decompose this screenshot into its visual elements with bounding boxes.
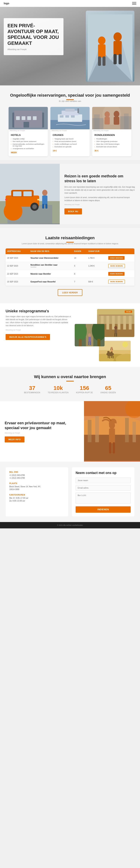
- svg-rect-68: [116, 333, 117, 337]
- deals-title: Laatste reisaanbiedingen: [6, 236, 134, 240]
- deal-days-1: 14: [73, 254, 86, 262]
- promo-subtitle: Er zijn veel variaties van: [6, 100, 134, 102]
- deal-action-2: BOEK BOEKEN: [107, 262, 134, 270]
- ervaar-title: Ervaar een privéavontuur op maat, specia…: [5, 421, 79, 430]
- hotels-list-item-1: Dagelijks ontbijt: [11, 137, 45, 140]
- travel-description-1: Dit is een zeer bijzondere beschrijving …: [64, 186, 135, 194]
- contact-form-title: Neem contact met ons op: [76, 471, 131, 475]
- stat-number-bestemmingen: 37: [24, 385, 40, 391]
- svg-point-49: [32, 205, 37, 209]
- hero-people-svg: [88, 14, 133, 82]
- promo-card-hotels: Afbeelding van Freepik HOTELS Dagelijks …: [9, 107, 48, 156]
- contact-form-box: Neem contact met ons op INDIENEN: [72, 467, 134, 517]
- svg-rect-53: [42, 195, 47, 205]
- hamburger-line-1: [132, 2, 136, 2]
- stat-number-klanten: 10k: [48, 385, 69, 391]
- promo-card-rondleidingen: Afbeelding van Freepik RONDLEIDINGEN Ron…: [92, 107, 131, 156]
- deal-dest-3: Nieenie naar Bentiler: [29, 270, 73, 278]
- contact-plaats-item: PLAATS Block Street, Stone 14, New York,…: [9, 483, 64, 491]
- cruises-list-item-4: Exclusieve en speciale: [53, 146, 88, 148]
- hotels-list-item-3: Kamercadeautje, exclusieve aanbiedingen …: [11, 143, 45, 147]
- contact-email-input[interactable]: [76, 485, 131, 491]
- svg-rect-67: [114, 333, 115, 337]
- ervaar-image: [84, 401, 140, 462]
- col-vertrekdag: VERTREKDAG: [6, 248, 29, 254]
- deal-date-2: 12 SEP 2023: [6, 262, 29, 270]
- svg-rect-59: [106, 315, 109, 330]
- svg-rect-63: [129, 315, 132, 330]
- travel-book-button[interactable]: BOEK NU: [64, 208, 82, 214]
- deal-dest-2: Nondition van Strefder naar Strefder: [29, 262, 73, 270]
- ervaar-content-left: Ervaar een privéavontuur op maat, specia…: [0, 401, 84, 462]
- hero-content-box: EEN PRIVÉ-AVONTUUR OP MAAT, SPECIAAL VOO…: [4, 18, 64, 55]
- deal-date-1: 18 SEP 2023: [6, 254, 29, 262]
- table-row: 18 SEP 2023 Voucher voor Dierenverdeler …: [6, 254, 134, 262]
- travel-content-right: Reizen is een goede methode om stress lo…: [60, 164, 140, 224]
- svg-rect-26: [71, 115, 75, 118]
- deal-date-4: 15 SEP 2023: [6, 278, 29, 286]
- deal-dest-main-2: Nondition van Strefder naar: [30, 264, 58, 266]
- deal-days-4: 7: [73, 278, 86, 286]
- svg-rect-51: [5, 199, 7, 200]
- svg-rect-104: [133, 422, 136, 442]
- travel-section: Reizen is een goede methode om stress lo…: [0, 164, 140, 224]
- svg-rect-90: [108, 355, 109, 358]
- contact-kantoor-line-2: Za: 8.00–13.00 uur: [9, 499, 64, 502]
- tours-card-list: Rondleidingen 200+ doorgaande producten …: [95, 137, 129, 148]
- svg-point-52: [42, 190, 47, 196]
- col-naam: NAAM VAN DE REIS: [29, 248, 73, 254]
- svg-rect-55: [45, 204, 47, 209]
- tours-card-body: RONDLEIDINGEN Rondleidingen 200+ doorgaa…: [92, 132, 131, 154]
- hotels-card-body: HOTELS Dagelijks ontbijt Een nacht per k…: [9, 132, 48, 156]
- stat-klanten: 10k TEVREDEN KLANTEN: [48, 385, 69, 394]
- svg-rect-23: [65, 109, 75, 112]
- contact-submit-button[interactable]: INDIENEN: [76, 506, 131, 513]
- ervaar-more-button[interactable]: MEER INFO: [5, 436, 25, 442]
- stat-number-koppen: 156: [76, 385, 93, 391]
- cruises-card-body: CRUISES Toegang basis aan boord Privé ac…: [50, 132, 90, 154]
- deal-book-btn-2[interactable]: BOEK BOEKEN: [108, 264, 125, 268]
- deal-book-btn-3[interactable]: BOEK BOEKEN: [108, 272, 125, 276]
- tours-list-item-2: 200+ doorgaande producten: [95, 140, 129, 143]
- stat-koppen: 156 KOPPEN-RUPTJE: [76, 385, 93, 394]
- tours-img-credit: Afbeelding van Freepik: [92, 129, 131, 132]
- site-header: logo: [0, 0, 140, 7]
- svg-point-85: [122, 342, 128, 347]
- hotels-img-svg: [9, 107, 48, 129]
- deal-book-btn-1[interactable]: BOEK BOEKEN: [108, 256, 125, 260]
- deals-table: VERTREKDAG NAAM VAN DE REIS DAGEN VANAF …: [6, 248, 134, 286]
- svg-rect-92: [111, 355, 112, 358]
- travel-description-2: Lorem ipsum dolor sit amet, consectetur …: [64, 196, 135, 202]
- stats-title: Wij kunnen u overal naartoe brengen: [6, 374, 134, 379]
- deal-price-2: 1.240 €: [87, 262, 107, 270]
- hamburger-menu[interactable]: [132, 2, 136, 5]
- svg-rect-54: [42, 204, 44, 209]
- svg-rect-107: [109, 442, 111, 454]
- deals-section: Laatste reisaanbiedingen Lorem ipsum dol…: [0, 228, 140, 303]
- deal-action-4: BOEK BOEKEN: [107, 278, 134, 286]
- svg-rect-78: [88, 341, 89, 345]
- svg-rect-33: [114, 117, 119, 125]
- promo-title: Ongelooflijke reiservaringen, speciaal v…: [6, 93, 134, 98]
- stats-divider: [66, 381, 74, 381]
- contact-message-input[interactable]: [76, 493, 131, 504]
- contact-kantoor-label: KANTOORUREN: [9, 494, 64, 496]
- svg-rect-18: [24, 122, 29, 127]
- tours-list-item-4: Exclusief wat unicast dienst: [95, 146, 129, 148]
- load-more-button[interactable]: LEES VERDER: [58, 289, 82, 296]
- deal-book-btn-4[interactable]: BOEK BOEKEN: [108, 280, 125, 284]
- ervaar-credit: Afbeelding van Freepik: [5, 432, 79, 434]
- svg-rect-73: [79, 339, 82, 346]
- programs-view-all-button[interactable]: BEKIJK ALLE REISPROGRAMMA'S: [6, 334, 50, 340]
- svg-point-65: [114, 326, 117, 329]
- hero-image: [86, 11, 134, 82]
- svg-rect-95: [111, 349, 112, 351]
- hotels-card-list: Dagelijks ontbijt Een nacht per kamer re…: [11, 137, 45, 150]
- contact-name-input[interactable]: [76, 477, 131, 483]
- svg-rect-37: [124, 114, 129, 129]
- stat-label-koppen: KOPPEN-RUPTJE: [76, 392, 93, 394]
- svg-rect-9: [113, 54, 117, 64]
- hotels-img-credit: Afbeelding van Freepik: [9, 129, 48, 132]
- orange-circle-decoration: [4, 202, 23, 221]
- stat-label-ideeen: UNIEKE IDEEËN: [100, 392, 116, 394]
